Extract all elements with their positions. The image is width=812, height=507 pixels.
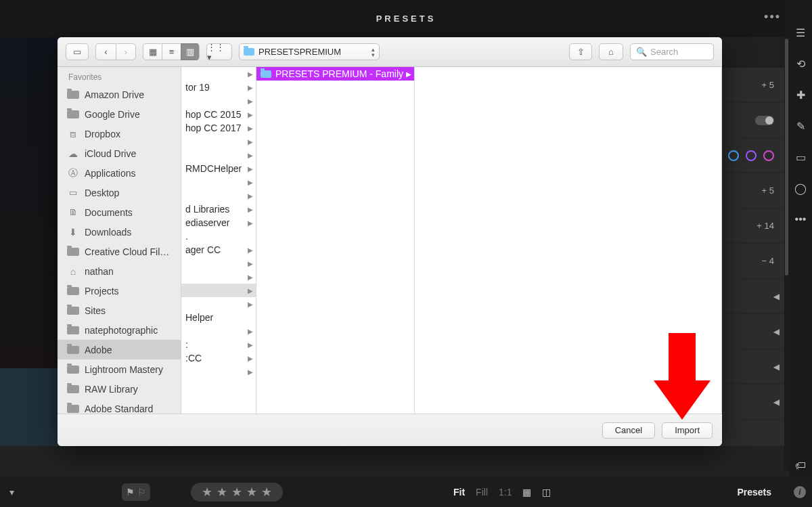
flag-reject-icon[interactable]: ⚐ xyxy=(137,487,146,498)
file-row[interactable]: RMDCHelper▶ xyxy=(181,162,256,175)
share-button[interactable]: ⇧ xyxy=(569,43,592,60)
file-label: d Libraries xyxy=(185,204,248,215)
grid-icon[interactable]: ▦ xyxy=(522,487,531,498)
tags-button[interactable]: ⌂ xyxy=(599,43,623,60)
column-view-button[interactable]: ▥ xyxy=(181,43,200,60)
zoom-controls: Fit Fill 1:1 ▦ ◫ xyxy=(453,487,551,498)
chevron-right-icon: ▶ xyxy=(248,328,253,335)
more-icon[interactable]: ••• xyxy=(764,0,781,37)
file-row[interactable]: tor 19▶ xyxy=(181,81,256,94)
star-icon[interactable]: ★ xyxy=(231,486,242,498)
file-row[interactable]: . xyxy=(181,229,256,243)
sidebar-item[interactable]: Google Drive xyxy=(58,104,181,124)
file-row[interactable]: ▶ xyxy=(181,175,256,189)
folder-icon xyxy=(67,345,79,355)
file-row[interactable]: PRESETS PREMIUM - Family▶ xyxy=(256,67,414,81)
sidebar-item[interactable]: ▭Desktop xyxy=(58,183,181,202)
file-row[interactable]: ▶ xyxy=(181,148,256,162)
chevron-right-icon: ▶ xyxy=(248,111,253,118)
file-row[interactable]: ▶ xyxy=(181,365,256,378)
panel-scrollbar[interactable] xyxy=(784,37,789,470)
sidebar-item[interactable]: Lightroom Mastery xyxy=(58,359,181,379)
dialog-body: Favorites Amazon DriveGoogle Drive⧈Dropb… xyxy=(58,67,722,414)
search-input[interactable]: 🔍 Search xyxy=(630,43,714,60)
file-row[interactable]: hop CC 2017▶ xyxy=(181,121,256,135)
toggle-switch[interactable] xyxy=(755,116,774,125)
zoom-one[interactable]: 1:1 xyxy=(499,487,512,498)
desktop-icon: ▭ xyxy=(67,188,79,198)
chevron-down-icon[interactable]: ▾ xyxy=(9,487,14,498)
sidebar-item[interactable]: ⒶApplications xyxy=(58,163,181,183)
sidebar-item-label: Projects xyxy=(85,286,119,296)
presets-label[interactable]: Presets xyxy=(737,487,771,498)
sidebar-item[interactable]: RAW Library xyxy=(58,379,181,399)
chevron-right-icon: ▶ xyxy=(248,273,253,281)
file-row[interactable]: ▶ xyxy=(181,135,256,148)
file-row[interactable]: ▶ xyxy=(181,324,256,338)
radial-icon[interactable]: ◯ xyxy=(794,181,807,195)
icon-view-button[interactable]: ▦ xyxy=(143,43,162,60)
sidebar-item-label: natephotographic xyxy=(85,325,158,336)
file-row[interactable]: ▶ xyxy=(181,297,256,311)
sidebar-item[interactable]: Creative Cloud Fil… xyxy=(58,242,181,261)
column-1[interactable]: ▶tor 19▶▶hop CC 2015▶hop CC 2017▶▶▶RMDCH… xyxy=(181,67,256,414)
sidebar-item[interactable]: Adobe xyxy=(58,340,181,359)
chevron-right-icon: ▶ xyxy=(248,70,253,78)
cancel-button[interactable]: Cancel xyxy=(602,422,655,439)
chevron-right-icon: ▶ xyxy=(248,192,253,200)
nav-buttons: ‹ › xyxy=(95,43,136,60)
rating-stars[interactable]: ★ ★ ★ ★ ★ xyxy=(191,483,283,502)
more-icon[interactable]: ••• xyxy=(794,213,807,226)
path-popup[interactable]: PRESETSPREMIUM ▴▾ xyxy=(239,43,380,60)
sidebar-item[interactable]: ⧈Dropbox xyxy=(58,124,181,144)
zoom-fill[interactable]: Fill xyxy=(476,487,488,498)
sidebar-item[interactable]: natephotographic xyxy=(58,320,181,340)
file-row[interactable]: :▶ xyxy=(181,338,256,351)
gradient-icon[interactable]: ▭ xyxy=(794,150,807,164)
file-row[interactable]: ager CC▶ xyxy=(181,243,256,257)
toggle-sidebar-button[interactable]: ▭ xyxy=(66,43,89,60)
folder-icon xyxy=(67,110,79,119)
info-icon[interactable]: i xyxy=(794,486,806,498)
column-2[interactable]: PRESETS PREMIUM - Family▶ xyxy=(256,67,415,414)
crop-icon[interactable]: ⟲ xyxy=(794,57,807,70)
dialog-toolbar: ▭ ‹ › ▦ ≡ ▥ ⋮⋮ ▾ PRESETSPREMIUM ▴▾ ⇧ ⌂ 🔍… xyxy=(58,37,722,67)
brush-icon[interactable]: ✎ xyxy=(794,119,807,133)
file-row[interactable]: d Libraries▶ xyxy=(181,202,256,216)
color-circles[interactable] xyxy=(728,150,774,161)
file-row[interactable]: ediaserver▶ xyxy=(181,216,256,229)
file-row[interactable]: ▶ xyxy=(181,284,256,297)
tag-icon[interactable]: 🏷 xyxy=(794,459,807,472)
flag-pick-icon[interactable]: ⚑ xyxy=(126,487,135,498)
sidebar-item[interactable]: Adobe Standard xyxy=(58,399,181,414)
file-label: hop CC 2015 xyxy=(185,109,248,120)
flag-toggle[interactable]: ⚑ ⚐ xyxy=(122,483,150,501)
list-view-button[interactable]: ≡ xyxy=(162,43,181,60)
group-button[interactable]: ⋮⋮ ▾ xyxy=(206,43,232,60)
sidebar-item[interactable]: 🗎Documents xyxy=(58,202,181,222)
star-icon[interactable]: ★ xyxy=(261,486,272,498)
file-row[interactable]: Helper xyxy=(181,311,256,324)
compare-icon[interactable]: ◫ xyxy=(542,487,551,498)
sidebar-item[interactable]: Sites xyxy=(58,301,181,320)
sidebar-item[interactable]: ☁︎iCloud Drive xyxy=(58,144,181,163)
sidebar-item-label: Adobe Standard xyxy=(85,403,153,414)
sidebar-item[interactable]: Projects xyxy=(58,281,181,301)
sidebar-item[interactable]: Amazon Drive xyxy=(58,85,181,104)
sliders-icon[interactable]: ☰ xyxy=(794,26,807,39)
sidebar-item[interactable]: ⌂nathan xyxy=(58,261,181,281)
star-icon[interactable]: ★ xyxy=(202,486,212,498)
file-row[interactable]: ▶ xyxy=(181,94,256,108)
file-row[interactable]: ▶ xyxy=(181,189,256,202)
file-row[interactable]: ▶ xyxy=(181,270,256,284)
file-row[interactable]: ▶ xyxy=(181,257,256,270)
file-row[interactable]: :CC▶ xyxy=(181,351,256,365)
star-icon[interactable]: ★ xyxy=(246,486,257,498)
heal-icon[interactable]: ✚ xyxy=(794,88,807,102)
sidebar-item[interactable]: ⬇︎Downloads xyxy=(58,222,181,242)
star-icon[interactable]: ★ xyxy=(217,486,227,498)
file-row[interactable]: hop CC 2015▶ xyxy=(181,108,256,121)
zoom-fit[interactable]: Fit xyxy=(453,487,465,498)
file-row[interactable]: ▶ xyxy=(181,67,256,81)
back-button[interactable]: ‹ xyxy=(95,43,116,60)
